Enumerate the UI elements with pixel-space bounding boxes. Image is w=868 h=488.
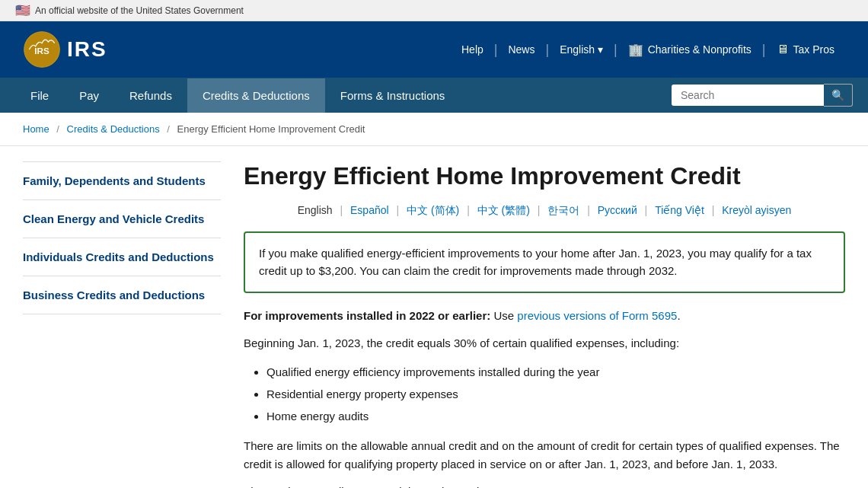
charities-nonprofits-link[interactable]: 🏢 Charities & Nonprofits [617, 43, 762, 57]
lang-korean[interactable]: 한국어 [547, 204, 579, 216]
language-label: English ▾ [560, 43, 603, 56]
charities-label: Charities & Nonprofits [648, 43, 752, 56]
nav-forms-instructions[interactable]: Forms & Instructions [325, 78, 461, 113]
navbar: File Pay Refunds Credits & Deductions Fo… [0, 78, 868, 113]
highlight-box: If you make qualified energy-efficient i… [244, 231, 845, 293]
nav-credits-deductions[interactable]: Credits & Deductions [187, 78, 325, 113]
lang-russian[interactable]: Русский [598, 204, 637, 216]
lang-creole[interactable]: Kreyòl ayisyen [722, 204, 791, 216]
header-nav: Help | News | English ▾ | 🏢 Charities & … [451, 42, 845, 58]
gov-banner-text: An official website of the United States… [35, 5, 244, 16]
article-title: Energy Efficient Home Improvement Credit [244, 161, 845, 190]
bullet-item-1: Qualified energy efficiency improvements… [266, 362, 845, 382]
form5695-text: Use [490, 309, 517, 322]
bullet-item-3: Home energy audits [266, 406, 845, 426]
breadcrumb-sep-2: / [167, 123, 170, 135]
taxpros-link[interactable]: 🖥 Tax Pros [766, 43, 845, 56]
nav-file[interactable]: File [15, 78, 64, 113]
header: IRS IRS Help | News | English ▾ | 🏢 Char… [0, 21, 868, 78]
lang-vietnamese[interactable]: Tiếng Việt [655, 204, 704, 216]
form5695-bold: For improvements installed in 2022 or ea… [244, 309, 490, 322]
paragraph-limits: There are limits on the allowable annual… [244, 437, 845, 474]
sidebar-item-individuals[interactable]: Individuals Credits and Deductions [23, 238, 221, 276]
lang-chinese-traditional[interactable]: 中文 (繁體) [477, 204, 530, 216]
main-content: Family, Dependents and Students Clean En… [0, 146, 868, 488]
search-container: 🔍 [672, 78, 853, 113]
sidebar-item-clean-energy[interactable]: Clean Energy and Vehicle Credits [23, 200, 221, 238]
sidebar-item-business[interactable]: Business Credits and Deductions [23, 276, 221, 314]
gov-banner: 🇺🇸 An official website of the United Sta… [0, 0, 868, 21]
taxpros-label: Tax Pros [793, 43, 834, 56]
paragraph-max-credit: The maximum credit you can claim each ye… [244, 483, 845, 488]
form5695-link[interactable]: previous versions of Form 5695 [517, 309, 677, 322]
nav-refunds[interactable]: Refunds [114, 78, 187, 113]
article: Energy Efficient Home Improvement Credit… [236, 146, 845, 488]
nav-items: File Pay Refunds Credits & Deductions Fo… [15, 78, 672, 113]
breadcrumb-current: Energy Efficient Home Improvement Credit [177, 123, 365, 135]
lang-espanol[interactable]: Español [350, 204, 389, 216]
breadcrumb-home[interactable]: Home [23, 123, 49, 135]
breadcrumb-sep-1: / [56, 123, 59, 135]
language-bar: English | Español | 中文 (简体) | 中文 (繁體) | … [244, 204, 845, 218]
nav-pay[interactable]: Pay [64, 78, 114, 113]
search-button[interactable]: 🔍 [824, 84, 853, 107]
lang-english: English [298, 204, 333, 216]
header-help[interactable]: Help [451, 43, 494, 56]
paragraph-30pct: Beginning Jan. 1, 2023, the credit equal… [244, 334, 845, 352]
form5695-end: . [677, 309, 680, 322]
sidebar: Family, Dependents and Students Clean En… [23, 146, 236, 488]
breadcrumb: Home / Credits & Deductions / Energy Eff… [0, 113, 868, 146]
charities-icon: 🏢 [628, 43, 643, 57]
svg-text:IRS: IRS [34, 46, 49, 56]
form5695-notice: For improvements installed in 2022 or ea… [244, 307, 845, 325]
sidebar-item-family[interactable]: Family, Dependents and Students [23, 161, 221, 200]
header-news[interactable]: News [497, 43, 545, 56]
breadcrumb-credits[interactable]: Credits & Deductions [67, 123, 160, 135]
irs-logo[interactable]: IRS IRS [23, 30, 107, 69]
search-input[interactable] [672, 85, 824, 106]
language-selector[interactable]: English ▾ [549, 43, 614, 56]
bullet-item-2: Residential energy property expenses [266, 384, 845, 404]
bullet-list-1: Qualified energy efficiency improvements… [266, 362, 845, 426]
lang-chinese-simplified[interactable]: 中文 (简体) [407, 204, 459, 216]
irs-logo-text: IRS [67, 37, 107, 62]
taxpros-icon: 🖥 [777, 43, 789, 56]
flag-icon: 🇺🇸 [15, 3, 30, 18]
